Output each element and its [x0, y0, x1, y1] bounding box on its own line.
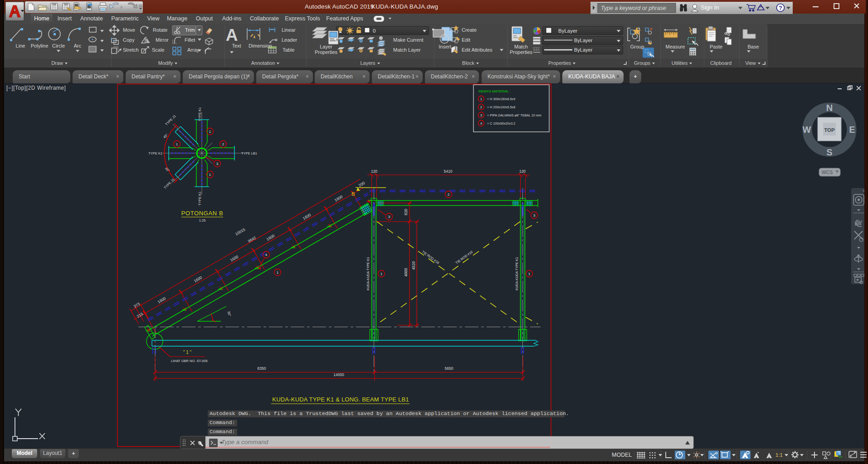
svg-text:TOP: TOP — [824, 127, 835, 133]
svg-text:45°: 45° — [162, 133, 169, 139]
svg-text:MODEL: MODEL — [612, 452, 632, 458]
svg-text:1600: 1600 — [334, 194, 344, 203]
svg-text:5410: 5410 — [444, 169, 453, 174]
svg-text:B: B — [351, 191, 355, 197]
svg-text:1:25: 1:25 — [199, 218, 206, 222]
svg-text:120: 120 — [519, 169, 526, 174]
svg-text:200: 200 — [358, 180, 366, 188]
svg-text:×: × — [863, 188, 864, 193]
svg-text:1600: 1600 — [193, 275, 203, 283]
svg-text:W: W — [803, 125, 811, 135]
svg-text:4: 4 — [265, 253, 268, 257]
svg-text:2: 2 — [222, 142, 224, 146]
svg-text:KUDA-KUDA BAJA.dwg: KUDA-KUDA BAJA.dwg — [371, 3, 438, 10]
svg-text:120: 120 — [371, 169, 377, 174]
svg-text:1600: 1600 — [266, 233, 276, 242]
svg-text:E: E — [849, 125, 855, 135]
svg-text:= H 300x150x6.5x9: = H 300x150x6.5x9 — [487, 97, 515, 101]
svg-text:2: 2 — [480, 105, 483, 109]
svg-text:3: 3 — [533, 213, 536, 218]
svg-text:4000: 4000 — [404, 268, 408, 276]
svg-text:= PIPA GALVANIS ø8" TEBAL 10: = PIPA GALVANIS ø8" TEBAL 10 mm — [487, 113, 541, 117]
svg-text:1: 1 — [209, 173, 211, 177]
svg-text:373: 373 — [133, 301, 141, 309]
svg-text:S: S — [826, 147, 832, 157]
svg-text:TYPE K1: TYPE K1 — [198, 107, 202, 121]
svg-text:1: 1 — [380, 272, 383, 276]
svg-text:4520: 4520 — [411, 261, 416, 270]
svg-text:LIHAT GBR NO. ST-005: LIHAT GBR NO. ST-005 — [171, 359, 208, 363]
svg-text:POTONGAN B: POTONGAN B — [181, 210, 223, 217]
svg-text:Sign In: Sign In — [701, 4, 719, 11]
svg-text:= H 200x100x5.5x8: = H 200x100x5.5x8 — [487, 105, 515, 109]
svg-text:WCS: WCS — [822, 169, 833, 175]
svg-text:INDEKS MATERIAL :: INDEKS MATERIAL : — [478, 89, 511, 93]
svg-text:1600: 1600 — [302, 213, 312, 221]
svg-text:Autodesk AutoCAD 2019: Autodesk AutoCAD 2019 — [305, 3, 374, 10]
svg-text:Type a keyword or phrase: Type a keyword or phrase — [601, 5, 666, 11]
svg-text:TYPE LB1: TYPE LB1 — [241, 151, 257, 155]
svg-text:1: 1 — [176, 142, 178, 146]
svg-text:1: 1 — [528, 272, 531, 276]
svg-text:TYPE K1: TYPE K1 — [198, 192, 202, 206]
svg-text:8350: 8350 — [258, 366, 266, 371]
svg-text:3: 3 — [480, 113, 483, 117]
svg-text:9642: 9642 — [247, 235, 257, 243]
svg-text:820: 820 — [404, 209, 408, 215]
svg-text:" 1 ": " 1 " — [183, 350, 192, 355]
svg-text:?: ? — [779, 5, 782, 11]
svg-text:TYPE K1: TYPE K1 — [148, 151, 162, 155]
svg-text:TYPE J1: TYPE J1 — [165, 114, 177, 126]
svg-text:3: 3 — [216, 162, 219, 166]
svg-text:KUDA-KUDA TYPE K1 & LONG. BEAM: KUDA-KUDA TYPE K1 & LONG. BEAM TYPE LB1 — [272, 396, 409, 403]
svg-text:N: N — [826, 103, 833, 113]
svg-text:10015: 10015 — [234, 227, 246, 237]
svg-text:3: 3 — [388, 215, 390, 219]
svg-text:2: 2 — [448, 193, 450, 197]
svg-text:215: 215 — [136, 311, 144, 319]
svg-text:4: 4 — [480, 121, 483, 126]
svg-text:1600: 1600 — [157, 296, 167, 304]
svg-text:1: 1 — [277, 271, 279, 275]
svg-text:30°: 30° — [227, 311, 232, 317]
svg-text:1: 1 — [209, 130, 211, 134]
svg-text:1:1: 1:1 — [775, 452, 783, 458]
svg-text:TIE ROD #16: TIE ROD #16 — [421, 250, 440, 265]
svg-text:14000: 14000 — [333, 372, 344, 377]
svg-text:KUDA-KUDA TYPE K1: KUDA-KUDA TYPE K1 — [515, 257, 519, 290]
svg-text:KUDA-KUDA TYPE K1: KUDA-KUDA TYPE K1 — [366, 257, 370, 290]
svg-text:1600: 1600 — [229, 254, 239, 262]
svg-text:TYPE J1: TYPE J1 — [163, 178, 176, 190]
svg-text:= C 100x50x20x3.2: = C 100x50x20x3.2 — [487, 121, 515, 126]
svg-text:TIE ROD #16: TIE ROD #16 — [455, 250, 474, 265]
svg-text:5650: 5650 — [445, 366, 454, 371]
svg-text:1: 1 — [480, 97, 483, 101]
